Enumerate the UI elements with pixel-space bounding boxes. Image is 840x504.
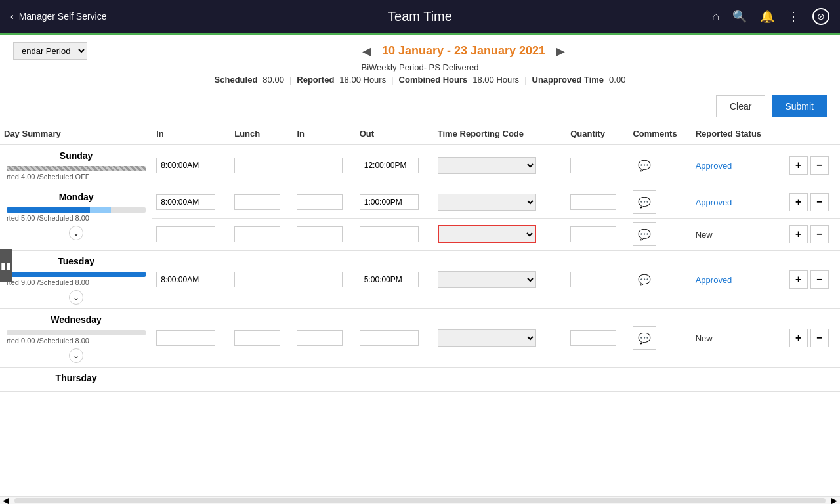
tuesday-comment-button[interactable]: 💬 (633, 268, 656, 291)
monday-entry2-qty[interactable] (566, 219, 629, 251)
monday-lunch-input[interactable] (234, 194, 280, 210)
wednesday-qty-input[interactable] (570, 330, 616, 346)
tuesday-entry1-out[interactable] (356, 251, 434, 309)
sunday-entry1-in[interactable] (152, 144, 230, 186)
wednesday-in2-input[interactable] (297, 330, 343, 346)
notifications-button[interactable]: 🔔 (760, 9, 774, 24)
wednesday-lunch-input[interactable] (234, 330, 280, 346)
monday-in2-entry-input[interactable] (156, 226, 215, 242)
calendar-period-select-wrapper[interactable]: endar Period (13, 42, 87, 60)
monday-entry2-comments[interactable]: 💬 (629, 219, 691, 251)
block-button[interactable]: ⊘ (812, 8, 830, 25)
sunday-out-input[interactable] (360, 158, 419, 173)
sunday-comment-button[interactable]: 💬 (633, 154, 656, 177)
tuesday-add-row-button[interactable]: + (789, 270, 808, 289)
monday-out2-input[interactable] (360, 226, 419, 242)
sunday-add-row-button[interactable]: + (789, 156, 808, 175)
monday-qty-input[interactable] (570, 194, 616, 210)
wednesday-entry1-lunch[interactable] (230, 309, 293, 368)
monday-entry1-trc[interactable] (434, 186, 566, 219)
monday-trc-select[interactable] (438, 194, 536, 211)
monday-entry2-in2[interactable] (293, 219, 355, 251)
monday-out-input[interactable] (360, 194, 419, 210)
prev-period-button[interactable]: ◀ (362, 44, 371, 58)
next-period-button[interactable]: ▶ (556, 44, 565, 58)
tuesday-entry1-lunch[interactable] (230, 251, 293, 309)
monday-collapse-button[interactable]: ⌄ (69, 226, 83, 240)
wednesday-collapse-button[interactable]: ⌄ (69, 348, 83, 363)
wednesday-entry1-trc[interactable] (434, 309, 566, 368)
monday-remove-row-button2[interactable]: − (810, 225, 829, 243)
wednesday-add-row-button[interactable]: + (789, 329, 808, 347)
more-options-button[interactable]: ⋮ (788, 9, 799, 24)
monday-comment-button[interactable]: 💬 (633, 190, 656, 214)
calendar-period-select[interactable]: endar Period (13, 42, 87, 60)
monday-entry1-comments[interactable]: 💬 (629, 186, 691, 219)
monday-lunch2-input[interactable] (234, 226, 280, 242)
monday-entry1-qty[interactable] (566, 186, 629, 219)
monday-qty2-input[interactable] (570, 226, 616, 242)
tuesday-qty-input[interactable] (570, 272, 616, 287)
scroll-left-arrow[interactable]: ◀ (0, 495, 12, 504)
tuesday-entry1-trc[interactable] (434, 251, 566, 309)
monday-in-input[interactable] (156, 194, 215, 210)
tuesday-entry1-in2[interactable] (293, 251, 355, 309)
monday-entry1-in[interactable] (152, 186, 230, 219)
wednesday-entry1-comments[interactable]: 💬 (629, 309, 691, 368)
back-nav[interactable]: ‹ Manager Self Service (10, 11, 107, 22)
monday-entry1-in2[interactable] (293, 186, 355, 219)
home-button[interactable]: ⌂ (712, 10, 719, 24)
clear-button[interactable]: Clear (716, 95, 765, 117)
monday-add-row-button[interactable]: + (789, 193, 808, 211)
wednesday-entry1-in[interactable] (152, 309, 230, 368)
wednesday-remove-row-button[interactable]: − (810, 329, 829, 347)
pause-button[interactable]: ▮▮ (0, 249, 12, 282)
wednesday-entry1-out[interactable] (356, 309, 434, 368)
monday-entry2-out[interactable] (356, 219, 434, 251)
monday-entry2-lunch[interactable] (230, 219, 293, 251)
sunday-trc-select[interactable] (438, 157, 536, 174)
monday-entry2-trc[interactable] (434, 219, 566, 251)
wednesday-entry1-qty[interactable] (566, 309, 629, 368)
submit-button[interactable]: Submit (772, 95, 827, 117)
tuesday-entry1-in[interactable] (152, 251, 230, 309)
sunday-entry1-comments[interactable]: 💬 (629, 144, 691, 186)
wednesday-comment-button[interactable]: 💬 (633, 326, 656, 350)
tuesday-out-input[interactable] (360, 272, 419, 287)
search-button[interactable]: 🔍 (732, 9, 747, 24)
tuesday-lunch-input[interactable] (234, 272, 280, 287)
wednesday-in-input[interactable] (156, 330, 215, 346)
tuesday-in-input[interactable] (156, 272, 215, 287)
monday-in2b-input[interactable] (297, 226, 343, 242)
scroll-right-arrow[interactable]: ▶ (828, 495, 840, 504)
monday-remove-row-button[interactable]: − (810, 193, 829, 211)
scrollbar-track[interactable] (14, 498, 826, 503)
tuesday-entry1-qty[interactable] (566, 251, 629, 309)
wednesday-entry1-in2[interactable] (293, 309, 355, 368)
sunday-qty-input[interactable] (570, 158, 616, 173)
sunday-in2-input[interactable] (297, 158, 343, 173)
monday-trc-select2[interactable] (438, 225, 536, 243)
tuesday-entry1-comments[interactable]: 💬 (629, 251, 691, 309)
sunday-lunch-input[interactable] (234, 158, 280, 173)
wednesday-trc-select[interactable] (438, 329, 536, 346)
monday-entry1-lunch[interactable] (230, 186, 293, 219)
tuesday-remove-row-button[interactable]: − (810, 270, 829, 289)
table-scroll-area[interactable]: Day Summary In Lunch In Out Time Reporti… (0, 123, 840, 480)
sunday-entry1-lunch[interactable] (230, 144, 293, 186)
sunday-in-input[interactable] (156, 158, 215, 173)
wednesday-out-input[interactable] (360, 330, 419, 346)
monday-entry2-in[interactable] (152, 219, 230, 251)
monday-comment-button2[interactable]: 💬 (633, 222, 656, 246)
sunday-entry1-trc[interactable] (434, 144, 566, 186)
horizontal-scrollbar[interactable]: ◀ ▶ (0, 496, 840, 504)
sunday-entry1-in2[interactable] (293, 144, 355, 186)
tuesday-in2-input[interactable] (297, 272, 343, 287)
monday-entry1-out[interactable] (356, 186, 434, 219)
monday-add-row-button2[interactable]: + (789, 225, 808, 243)
tuesday-trc-select[interactable] (438, 271, 536, 288)
monday-in2-input[interactable] (297, 194, 343, 210)
sunday-entry1-out[interactable] (356, 144, 434, 186)
tuesday-collapse-button[interactable]: ⌄ (69, 290, 83, 304)
sunday-remove-row-button[interactable]: − (810, 156, 829, 175)
